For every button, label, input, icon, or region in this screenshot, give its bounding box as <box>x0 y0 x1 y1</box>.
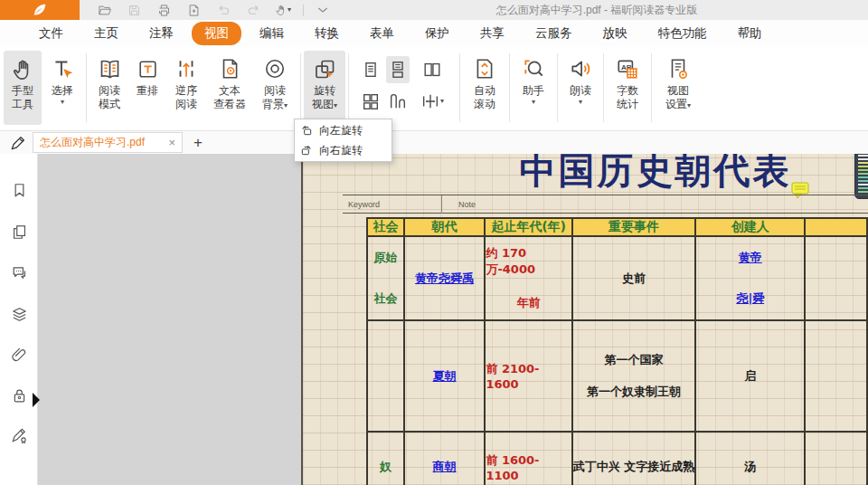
auto-scroll-button[interactable]: 自动 滚动 <box>463 51 506 125</box>
button-label: 文本 <box>219 84 241 98</box>
menu-bar: 文件 主页 注释 视图 编辑 转换 表单 保护 共享 云服务 放映 特色功能 帮… <box>0 20 868 47</box>
document-scrollbar-preview[interactable] <box>854 154 868 199</box>
dropdown-caret-icon: ▾ <box>532 98 535 107</box>
dynasty-link[interactable]: 夏朝 <box>433 368 457 385</box>
hand-tool-button[interactable]: 手型 工具 <box>4 51 42 125</box>
dynasty-link[interactable]: 黄帝尧舜禹 <box>415 271 474 287</box>
rotate-view-button[interactable]: 旋转 视图▾ <box>304 51 345 125</box>
pages-panel-button[interactable] <box>10 223 28 241</box>
print-button[interactable] <box>152 0 175 20</box>
event-text: 史前 <box>622 271 646 287</box>
document-tab-active[interactable]: 怎么面对高中学习.pdf × <box>33 132 183 153</box>
rotate-view-icon <box>313 57 337 81</box>
hand-tool-quick-button[interactable]: ▾ <box>271 0 295 20</box>
button-label: 逆序 <box>175 84 197 98</box>
rotate-left-menu-item[interactable]: 向左旋转 <box>295 120 392 140</box>
ribbon-separator <box>348 53 349 122</box>
separate-cover-view-button[interactable] <box>386 88 410 115</box>
menu-help[interactable]: 帮助 <box>722 24 778 43</box>
keyword-label: Keyword <box>348 200 380 209</box>
period-text: 约 170 万-4000 <box>486 245 571 278</box>
undo-button[interactable] <box>212 0 235 20</box>
cover-pages-icon <box>388 91 408 111</box>
split-view-icon <box>420 91 440 111</box>
select-text-icon <box>51 57 74 81</box>
dropdown-caret-icon: ▾ <box>334 101 337 109</box>
rotate-right-menu-item[interactable]: 向右旋转 <box>295 140 392 160</box>
dropdown-caret-icon: ▾ <box>687 101 691 109</box>
speaker-icon <box>569 57 592 81</box>
rotate-right-icon <box>300 144 313 157</box>
menu-share[interactable]: 共享 <box>465 24 520 43</box>
ribbon-separator <box>86 53 87 122</box>
menu-features[interactable]: 特色功能 <box>643 24 722 43</box>
reflow-button[interactable]: 重排 <box>129 51 165 125</box>
read-aloud-button[interactable]: 朗读 ▾ <box>561 51 600 125</box>
facing-view-button[interactable] <box>420 56 444 83</box>
menu-home[interactable]: 主页 <box>79 24 134 43</box>
view-settings-gear-icon <box>666 57 690 81</box>
dropdown-caret-icon: ▾ <box>440 97 444 106</box>
continuous-facing-view-button[interactable] <box>359 88 382 115</box>
event-text: 第一个国家 <box>604 352 663 368</box>
founder-link[interactable]: 尧|舜 <box>736 290 764 307</box>
button-label: 滚动 <box>474 98 495 111</box>
reading-background-button[interactable]: 阅读 背景▾ <box>252 51 297 125</box>
select-tool-button[interactable]: 选择 ▾ <box>42 51 83 125</box>
word-count-button[interactable]: 字数 统计 <box>607 51 648 125</box>
hand-icon <box>11 57 35 81</box>
button-label: 重排 <box>137 84 158 98</box>
save-icon <box>127 4 141 17</box>
button-label: 设置▾ <box>665 98 691 111</box>
security-panel-button[interactable] <box>10 386 28 404</box>
menu-edit[interactable]: 编辑 <box>244 24 299 43</box>
button-label: 阅读 <box>175 98 197 111</box>
reading-mode-button[interactable]: 阅读 模式 <box>90 51 129 125</box>
button-label: 旋转 <box>314 84 335 98</box>
facing-pages-icon <box>422 60 442 80</box>
dynasty-link[interactable]: 商朝 <box>433 459 457 475</box>
continuous-view-button[interactable] <box>386 56 410 83</box>
single-page-view-button[interactable] <box>359 56 382 83</box>
assistant-button[interactable]: 助手 ▾ <box>513 51 554 125</box>
background-circle-icon <box>263 57 287 81</box>
period-text: 前 2100-1600 <box>486 361 571 391</box>
button-label: 助手 <box>523 84 544 98</box>
menu-cloud[interactable]: 云服务 <box>520 24 588 43</box>
new-tab-button[interactable]: + <box>187 132 209 153</box>
panel-expand-handle[interactable] <box>33 393 40 407</box>
redo-button[interactable] <box>241 0 265 20</box>
bookmarks-panel-button[interactable] <box>10 181 28 199</box>
save-button[interactable] <box>122 0 146 20</box>
reverse-reading-button[interactable]: 逆序 阅读 <box>165 51 207 125</box>
open-file-button[interactable] <box>92 0 116 20</box>
annotate-pencil-button[interactable] <box>8 133 28 152</box>
button-label: 自动 <box>474 84 495 98</box>
menu-form[interactable]: 表单 <box>354 24 410 43</box>
tab-close-button[interactable]: × <box>163 136 175 149</box>
open-book-icon <box>98 57 122 81</box>
text-viewer-button[interactable]: 文本 查看器 <box>207 51 252 125</box>
pages-icon <box>11 223 28 241</box>
view-settings-button[interactable]: 视图 设置▾ <box>655 51 702 125</box>
menu-convert[interactable]: 转换 <box>299 24 354 43</box>
split-view-button[interactable]: ▾ <box>420 88 444 115</box>
menu-view-active[interactable]: 视图 <box>192 22 241 45</box>
comments-panel-button[interactable] <box>10 263 28 281</box>
printer-icon <box>157 4 171 17</box>
attachments-panel-button[interactable] <box>10 346 28 364</box>
founder-link[interactable]: 黄帝 <box>739 250 762 266</box>
menu-comment[interactable]: 注释 <box>134 24 189 43</box>
layers-panel-button[interactable] <box>10 305 28 323</box>
signatures-panel-button[interactable] <box>10 426 28 444</box>
window-title: 怎么面对高中学习.pdf - 福昕阅读器专业版 <box>389 0 805 20</box>
rotate-left-icon <box>300 124 313 137</box>
customize-toolbar-button[interactable] <box>311 0 335 20</box>
menu-present[interactable]: 放映 <box>588 24 643 43</box>
period-text: 年前 <box>517 295 541 311</box>
app-logo[interactable] <box>0 0 80 20</box>
layers-icon <box>11 306 28 323</box>
organize-pages-button[interactable] <box>182 0 205 20</box>
menu-protect[interactable]: 保护 <box>410 24 465 43</box>
menu-file[interactable]: 文件 <box>24 24 79 43</box>
